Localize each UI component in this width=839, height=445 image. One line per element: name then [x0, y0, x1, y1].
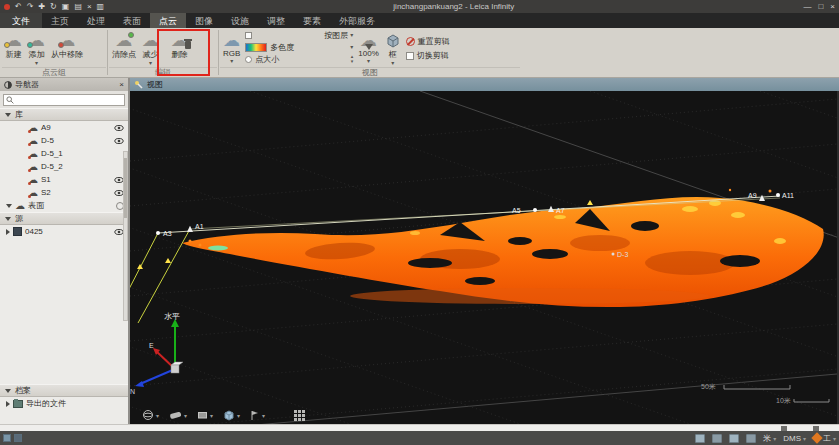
tree-item-A9[interactable]: ☁ A9: [0, 121, 128, 134]
trash-icon: [185, 41, 191, 49]
tree-item-0425[interactable]: 0425: [0, 225, 128, 238]
panel-close-icon[interactable]: ×: [119, 80, 124, 89]
eraser-tool-button[interactable]: ▾: [169, 410, 187, 421]
point-size-stepper[interactable]: ▴▾: [351, 54, 354, 64]
window-title: jinchangpankuang2 - Leica Infinity: [104, 2, 803, 11]
reduce-points-button[interactable]: ☁ 减少 ▾: [139, 28, 162, 67]
svg-text:水平: 水平: [164, 312, 180, 321]
refresh-icon[interactable]: ↻: [50, 3, 57, 11]
clip-box-button[interactable]: 框 ▾: [382, 28, 404, 67]
expand-arrow-icon[interactable]: [6, 229, 10, 235]
multicolor-gradient-icon: [245, 43, 267, 52]
tool-selector[interactable]: 工▾: [813, 433, 836, 444]
save-icon[interactable]: ▣: [62, 3, 70, 11]
point-size-label[interactable]: 点大小: [255, 54, 279, 65]
list-icon[interactable]: ▥: [97, 3, 105, 11]
tab-processing[interactable]: 处理: [78, 13, 114, 28]
status-save-icon[interactable]: [729, 434, 739, 443]
tree-item-D-5_1[interactable]: ☁ D-5_1: [0, 147, 128, 160]
by-layer-dropdown[interactable]: 按图层 ▾: [324, 30, 353, 41]
reset-clip-button[interactable]: 重置剪辑: [406, 36, 468, 48]
cloud-filter-icon: ☁: [360, 32, 377, 49]
tab-home[interactable]: 主页: [42, 13, 78, 28]
dropdown-arrow-icon: ▾: [184, 412, 187, 419]
cube-view-tool-button[interactable]: ▾: [223, 409, 240, 421]
tree-node-surface[interactable]: ☁ 表面: [0, 199, 128, 212]
status-doc-icon[interactable]: [712, 434, 722, 443]
tree-scrollbar[interactable]: [123, 151, 128, 321]
angle-format-selector[interactable]: DMS▾: [783, 434, 806, 443]
delete-icon[interactable]: ×: [87, 3, 92, 11]
dock-icon[interactable]: [813, 426, 819, 431]
tab-surfaces[interactable]: 表面: [114, 13, 150, 28]
minimize-button[interactable]: —: [803, 2, 811, 11]
add-pointcloud-button[interactable]: ☁ 添加 ▾: [25, 28, 48, 67]
scene-3d[interactable]: A3 A1 A5 A7 A9 A11 D-3: [130, 91, 837, 424]
dock-icon[interactable]: [781, 426, 787, 431]
viewport-toolbar: ▾ ▾ ▾ ▾: [142, 409, 311, 421]
dropdown-arrow-icon: ▾: [156, 412, 159, 419]
tab-pointcloud[interactable]: 点云: [150, 13, 186, 28]
dropdown-arrow-icon: ▾: [35, 60, 38, 66]
tree-item-D-5[interactable]: ☁ D-5: [0, 134, 128, 147]
grid-toggle-button[interactable]: [293, 409, 305, 421]
tree-section-source[interactable]: 源: [0, 212, 128, 225]
svg-text:A3: A3: [163, 230, 172, 237]
new-pointcloud-button[interactable]: ☁ 新建: [2, 28, 25, 67]
cube-icon: [223, 409, 235, 421]
remove-from-pointcloud-button[interactable]: ☁ 从中移除: [48, 28, 86, 67]
bottom-strip: [0, 424, 839, 431]
status-icon[interactable]: [14, 434, 22, 442]
svg-text:A11: A11: [782, 192, 794, 199]
maximize-button[interactable]: □: [818, 2, 823, 11]
tree-item-D-5_2[interactable]: ☁ D-5_2: [0, 160, 128, 173]
cloud-remove-icon: ☁: [59, 32, 76, 49]
window-icon[interactable]: ▤: [74, 3, 82, 11]
rgb-color-button[interactable]: ☁ RGB ▾: [220, 28, 243, 67]
search-input[interactable]: [3, 94, 125, 106]
clear-points-button[interactable]: ☁ 清除点: [109, 28, 139, 67]
toggle-clip-checkbox[interactable]: 切换剪辑: [406, 50, 468, 62]
tree-item-S2[interactable]: ☁ S2: [0, 186, 128, 199]
redo-icon[interactable]: ↷: [27, 3, 34, 11]
tab-features[interactable]: 要素: [294, 13, 330, 28]
filter-tool-button[interactable]: ▾: [250, 410, 265, 421]
tab-adjustments[interactable]: 调整: [258, 13, 294, 28]
dropdown-arrow-icon[interactable]: ▾: [350, 44, 353, 50]
tab-external-services[interactable]: 外部服务: [330, 13, 384, 28]
multicolor-label[interactable]: 多色度: [270, 42, 294, 53]
tree-section-archive[interactable]: 档案: [0, 384, 128, 397]
dropdown-arrow-icon: ▾: [230, 58, 233, 64]
expand-arrow-icon[interactable]: [6, 401, 10, 407]
navigator-panel: 导航器 × 库 ☁ A9: [0, 78, 130, 424]
status-icon[interactable]: [3, 434, 11, 442]
view-box-tool-button[interactable]: ▾: [197, 410, 213, 420]
status-settings-icon[interactable]: [695, 434, 705, 443]
eye-icon[interactable]: [114, 136, 124, 146]
tab-infrastructure[interactable]: 设施: [222, 13, 258, 28]
tree-section-library[interactable]: 库: [0, 108, 128, 121]
orbit-tool-button[interactable]: ▾: [142, 409, 159, 421]
eye-icon[interactable]: [114, 123, 124, 133]
cloud-clear-icon: ☁: [116, 32, 133, 49]
zoom-percent-button[interactable]: ☁ 100% ▾: [355, 28, 381, 67]
tab-imaging[interactable]: 图像: [186, 13, 222, 28]
app-logo-icon[interactable]: [4, 4, 10, 10]
status-print-icon[interactable]: [746, 434, 756, 443]
ribbon-separator: [218, 30, 219, 75]
add-icon[interactable]: ✚: [38, 3, 45, 11]
dropdown-arrow-icon: ▾: [350, 32, 353, 38]
tree-item-exported-files[interactable]: 导出的文件: [0, 397, 128, 410]
tab-file[interactable]: 文件: [0, 13, 42, 28]
cube-icon: [385, 33, 401, 49]
group-label-pointcloud: 点云组: [2, 67, 106, 77]
close-button[interactable]: ×: [830, 2, 835, 11]
delete-points-button[interactable]: ☁ 删除: [168, 28, 191, 67]
tree-item-S1[interactable]: ☁ S1: [0, 173, 128, 186]
unit-selector[interactable]: 米▾: [763, 433, 776, 444]
point-size-radio[interactable]: [245, 56, 252, 63]
undo-icon[interactable]: ↶: [15, 3, 22, 11]
dropdown-arrow-icon: ▾: [210, 412, 213, 419]
color-swatch[interactable]: [245, 32, 252, 39]
ribbon-separator: [107, 30, 108, 75]
